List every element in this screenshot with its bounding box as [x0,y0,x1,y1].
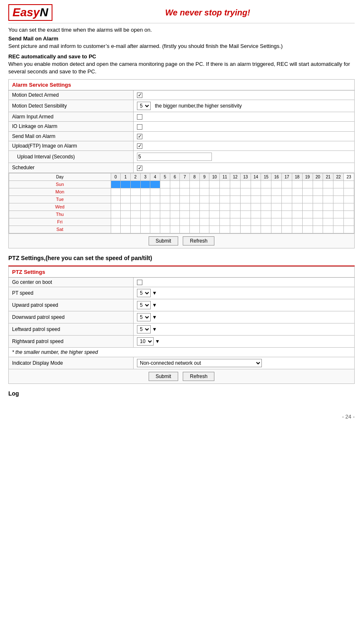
motion-detect-sensibility-value[interactable]: 5 the bigger number,the higher sensitivi… [134,100,355,112]
scheduler-row-sun[interactable]: Sun [9,180,354,188]
hour-cell[interactable] [230,226,241,233]
indicator-display-value[interactable]: Non-connected network out [134,357,355,369]
hour-cell[interactable] [292,188,302,195]
hour-cell[interactable] [130,195,140,203]
hour-cell[interactable] [160,188,170,195]
hour-cell[interactable] [240,218,251,226]
hour-cell[interactable] [170,226,180,233]
hour-cell[interactable] [130,203,140,210]
hour-cell[interactable] [282,195,292,203]
hour-cell[interactable] [240,180,251,188]
hour-cell[interactable] [199,218,209,226]
checkbox-checked[interactable] [137,134,142,139]
hour-cell[interactable] [160,210,170,218]
hour-cell[interactable] [150,218,160,226]
hour-cell[interactable] [150,203,160,210]
hour-cell[interactable] [209,203,220,210]
hour-cell[interactable] [271,226,282,233]
hour-cell[interactable] [180,180,190,188]
hour-cell[interactable] [209,218,220,226]
hour-cell[interactable] [333,188,344,195]
hour-cell[interactable] [150,210,160,218]
hour-cell[interactable] [111,218,121,226]
checkbox-unchecked[interactable] [137,114,142,120]
hour-cell[interactable] [190,218,200,226]
hour-cell[interactable] [209,188,220,195]
send-mail-alarm-value[interactable] [134,131,355,141]
hour-cell[interactable] [170,188,180,195]
hour-cell[interactable] [130,210,140,218]
hour-cell[interactable] [333,226,344,233]
hour-cell[interactable] [261,188,271,195]
checkbox-checked[interactable] [137,93,142,98]
hour-cell[interactable] [313,180,323,188]
hour-cell[interactable] [190,180,200,188]
hour-cell[interactable] [150,188,160,195]
hour-cell[interactable] [150,195,160,203]
hour-cell[interactable] [209,210,220,218]
hour-cell[interactable] [180,226,190,233]
hour-cell[interactable] [199,195,209,203]
hour-cell[interactable] [160,180,170,188]
scheduler-row-sat[interactable]: Sat [9,226,354,233]
hour-cell[interactable] [150,226,160,233]
hour-cell[interactable] [251,218,261,226]
hour-cell[interactable] [111,226,121,233]
hour-cell[interactable] [111,195,121,203]
hour-cell[interactable] [121,180,131,188]
hour-cell[interactable] [282,226,292,233]
hour-cell[interactable] [302,203,313,210]
hour-cell[interactable] [302,226,313,233]
hour-cell[interactable] [199,180,209,188]
hour-cell[interactable] [199,203,209,210]
hour-cell[interactable] [302,218,313,226]
hour-cell[interactable] [333,195,344,203]
hour-cell[interactable] [323,218,333,226]
upload-interval-input[interactable] [137,153,212,161]
hour-cell[interactable] [230,195,241,203]
hour-cell[interactable] [251,203,261,210]
hour-cell[interactable] [261,195,271,203]
hour-cell[interactable] [302,180,313,188]
hour-cell[interactable] [251,195,261,203]
hour-cell[interactable] [130,218,140,226]
hour-cell[interactable] [292,195,302,203]
go-center-value[interactable] [134,277,355,287]
alarm-input-armed-value[interactable] [134,112,355,121]
hour-cell[interactable] [313,195,323,203]
hour-cell[interactable] [170,203,180,210]
hour-cell[interactable] [343,180,354,188]
hour-cell[interactable] [313,226,323,233]
alarm-submit-button[interactable]: Submit [149,236,178,246]
hour-cell[interactable] [199,210,209,218]
hour-cell[interactable] [261,226,271,233]
scheduler-value[interactable] [134,163,355,173]
hour-cell[interactable] [333,180,344,188]
scheduler-row-wed[interactable]: Wed [9,203,354,210]
hour-cell[interactable] [111,210,121,218]
hour-cell[interactable] [199,188,209,195]
hour-cell[interactable] [261,203,271,210]
hour-cell[interactable] [121,195,131,203]
hour-cell[interactable] [140,180,150,188]
hour-cell[interactable] [130,188,140,195]
hour-cell[interactable] [199,226,209,233]
hour-cell[interactable] [190,195,200,203]
hour-cell[interactable] [170,180,180,188]
hour-cell[interactable] [261,210,271,218]
hour-cell[interactable] [111,180,121,188]
hour-cell[interactable] [180,218,190,226]
hour-cell[interactable] [282,210,292,218]
hour-cell[interactable] [333,218,344,226]
scheduler-row-mon[interactable]: Mon [9,188,354,195]
upward-patrol-value[interactable]: 5 ▼ [134,299,355,311]
hour-cell[interactable] [292,218,302,226]
hour-cell[interactable] [220,180,230,188]
downward-patrol-value[interactable]: 5 ▼ [134,311,355,323]
hour-cell[interactable] [220,218,230,226]
hour-cell[interactable] [220,226,230,233]
pt-speed-value[interactable]: 5 ▼ [134,287,355,299]
leftward-patrol-select[interactable]: 5 [137,325,151,333]
downward-patrol-select[interactable]: 5 [137,313,151,321]
hour-cell[interactable] [333,210,344,218]
